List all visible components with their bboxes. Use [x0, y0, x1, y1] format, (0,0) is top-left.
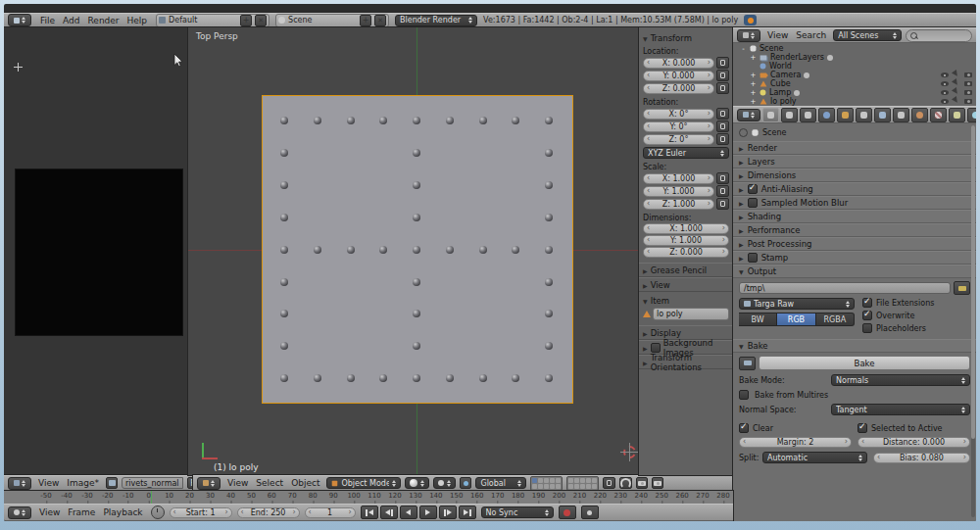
layer-toggle[interactable]	[550, 478, 555, 483]
item-name-field[interactable]: lo poly	[653, 308, 729, 320]
screen-layout-selector[interactable]: Default	[156, 14, 270, 27]
properties-tab[interactable]	[818, 108, 835, 122]
riveted-plane-object[interactable]	[262, 95, 573, 404]
panel-checkbox[interactable]	[651, 343, 661, 353]
info-menu-item[interactable]: File	[37, 16, 58, 25]
checkbox[interactable]	[862, 311, 872, 320]
collapse-icon[interactable]	[643, 33, 648, 43]
timeline-type-button[interactable]	[8, 506, 31, 519]
layer-toggle[interactable]	[568, 484, 573, 489]
layer-toggle[interactable]	[532, 478, 537, 483]
panel-header[interactable]: Sampled Motion Blur	[733, 196, 976, 210]
frame-end-field[interactable]: End: 250	[237, 507, 300, 518]
properties-tab[interactable]	[800, 108, 816, 122]
checkbox[interactable]	[862, 323, 872, 333]
delete-screen-button[interactable]	[255, 15, 267, 26]
layer-toggle[interactable]	[544, 484, 549, 489]
lock-icon[interactable]	[716, 57, 729, 69]
item-panel-title[interactable]: Item	[651, 296, 669, 306]
outliner-item-label[interactable]: RenderLayers	[770, 53, 824, 62]
layer-toggle[interactable]	[586, 484, 591, 489]
layer-toggle[interactable]	[574, 478, 579, 483]
add-screen-button[interactable]	[240, 15, 252, 26]
checkbox-row[interactable]: File Extensions	[862, 298, 970, 308]
browse-folder-button[interactable]	[954, 281, 970, 295]
rotation-field[interactable]: X: 0°	[643, 109, 714, 120]
frame-start-field[interactable]: Start: 1	[170, 507, 232, 518]
layer-toggle[interactable]	[544, 478, 549, 483]
lock-icon[interactable]	[716, 82, 729, 94]
image-name-field[interactable]: rivets_normal	[122, 477, 183, 489]
expand-toggle[interactable]: +	[750, 72, 757, 79]
mode-select[interactable]: Object Mode	[326, 477, 401, 489]
outliner-menu-item[interactable]: Search	[793, 30, 829, 40]
lock-icon[interactable]	[716, 172, 729, 184]
expand-toggle[interactable]: -	[740, 45, 747, 53]
clock-icon[interactable]	[151, 506, 165, 519]
render-opengl-button[interactable]	[636, 477, 648, 489]
screen-layout-name[interactable]: Default	[169, 16, 237, 24]
lock-icon[interactable]	[716, 108, 729, 120]
info-menu-item[interactable]: Help	[124, 16, 151, 25]
color-depth-button[interactable]: RGB	[777, 313, 815, 326]
output-panel-header[interactable]: Output	[733, 265, 976, 278]
display-mode-select[interactable]: All Scenes	[833, 29, 902, 41]
checkbox[interactable]	[862, 298, 872, 308]
distance-slider[interactable]: Distance: 0.000	[858, 437, 970, 448]
checkbox-row[interactable]: Placeholders	[862, 323, 970, 333]
uv-editor-type-button[interactable]	[8, 477, 31, 490]
clear-checkbox[interactable]	[739, 423, 749, 433]
outliner-item-label[interactable]: Camera	[770, 71, 801, 79]
delete-scene-button[interactable]	[374, 15, 386, 26]
outliner-row[interactable]: + Cube	[733, 79, 976, 88]
panel-header[interactable]: Post Processing	[733, 237, 976, 251]
outliner-search-input[interactable]	[906, 29, 972, 42]
selected-to-active-row[interactable]: Selected to Active	[858, 423, 970, 433]
layer-toggle[interactable]	[586, 478, 591, 483]
expand-toggle[interactable]: +	[750, 98, 757, 106]
uv-menu-item[interactable]: Image*	[64, 478, 102, 488]
np-panel-header[interactable]: View	[639, 277, 733, 292]
properties-tab[interactable]	[762, 108, 779, 122]
uv-menu-item[interactable]: View	[35, 478, 62, 488]
checkbox-row[interactable]: Overwrite	[862, 311, 970, 320]
scale-field[interactable]: Z: 1.000	[643, 199, 714, 210]
properties-tab[interactable]	[837, 108, 854, 122]
outliner-type-button[interactable]	[737, 29, 760, 42]
file-format-select[interactable]: Targa Raw	[739, 298, 855, 310]
outliner-item-label[interactable]: Lamp	[769, 88, 791, 97]
panel-header[interactable]: Render	[733, 141, 976, 155]
timeline-menu-item[interactable]: Playback	[100, 507, 145, 517]
next-keyframe-button[interactable]	[439, 506, 457, 519]
layer-toggle[interactable]	[556, 478, 561, 483]
scene-name[interactable]: Scene	[288, 16, 357, 24]
visibility-eye-icon[interactable]	[941, 81, 949, 86]
snap-toggle-button[interactable]	[619, 477, 632, 489]
outliner-row[interactable]: + lo poly	[733, 97, 976, 106]
outliner-item-label[interactable]: Scene	[760, 44, 783, 53]
viewport-3d[interactable]: Top Persp (1) lo poly	[188, 27, 639, 475]
color-depth-button[interactable]: RGBA	[816, 313, 855, 326]
baked-image-canvas[interactable]	[15, 169, 183, 336]
outliner-row[interactable]: World	[733, 62, 976, 71]
color-depth-button[interactable]: BW	[739, 313, 777, 326]
bake-panel-header[interactable]: Bake	[733, 339, 976, 353]
timeline-menu-item[interactable]: Frame	[65, 507, 98, 517]
layer-toggle[interactable]	[556, 484, 561, 489]
play-reverse-button[interactable]	[400, 506, 417, 519]
visibility-eye-icon[interactable]	[941, 99, 949, 104]
bias-slider[interactable]: Bias: 0.080	[873, 453, 970, 463]
dimension-field[interactable]: X: 1.000	[643, 223, 729, 234]
keying-set-button[interactable]	[581, 506, 599, 519]
properties-tab[interactable]	[911, 108, 928, 122]
location-field[interactable]: Z: 0.000	[643, 83, 714, 94]
panel-header[interactable]: Anti-Aliasing	[733, 182, 976, 196]
outliner-row[interactable]: + Camera	[733, 71, 976, 79]
scene-selector[interactable]: Scene	[275, 14, 389, 27]
dimension-field[interactable]: Z: 0.000	[643, 247, 729, 258]
margin-slider[interactable]: Margin: 2	[739, 437, 852, 448]
transform-panel-title[interactable]: Transform	[651, 33, 692, 43]
render-opengl-anim-button[interactable]	[652, 477, 663, 489]
shading-select[interactable]	[405, 477, 429, 489]
bake-button[interactable]: Bake	[759, 356, 970, 370]
